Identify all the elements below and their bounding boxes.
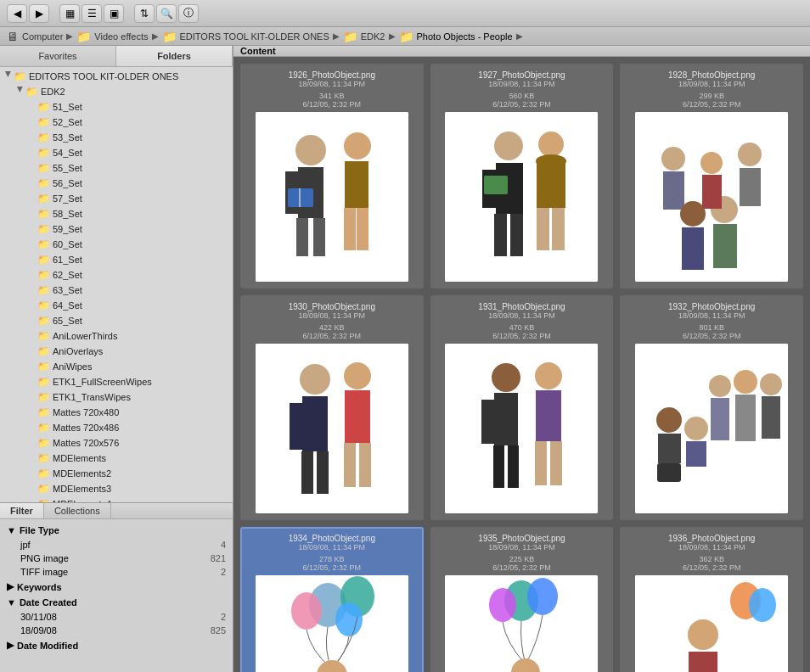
thumb-size-1: 560 KB6/12/05, 2:32 PM	[492, 92, 551, 109]
tree-item-65_set[interactable]: 📁65_Set	[0, 313, 233, 328]
tree-item-mdelements2[interactable]: 📁MDElements2	[0, 466, 233, 481]
tree-item-etk1_fullscreenwipes[interactable]: 📁ETK1_FullScreenWipes	[0, 374, 233, 389]
filter-date2[interactable]: 18/09/08 825	[20, 624, 226, 637]
main-layout: Favorites Folders ▶📁EDITORS TOOL KIT-OLD…	[0, 46, 810, 672]
breadcrumb-photo-objects[interactable]: Photo Objects - People	[417, 31, 513, 42]
tree-item-mattes_720x576[interactable]: 📁Mattes 720x576	[0, 435, 233, 451]
tree-item-editors_tool_kit-older_ones[interactable]: ▶📁EDITORS TOOL KIT-OLDER ONES	[0, 69, 233, 84]
thumbnail-card-2[interactable]: 1928_PhotoObject.png 18/09/08, 11:34 PM …	[620, 64, 803, 288]
thumb-date-6: 18/09/08, 11:34 PM	[289, 543, 375, 552]
tree-item-label: MDElements	[53, 453, 106, 463]
tree-item-59_set[interactable]: 📁59_Set	[0, 221, 233, 237]
tree-item-label: AniLowerThirds	[53, 331, 117, 341]
tab-filter[interactable]: Filter	[0, 503, 44, 518]
tree-item-56_set[interactable]: 📁56_Set	[0, 176, 233, 191]
tree-item-label: 60_Set	[53, 239, 82, 249]
tree-item-label: MDElements3	[53, 484, 111, 494]
tree-item-54_set[interactable]: 📁54_Set	[0, 145, 233, 160]
thumbnail-card-3[interactable]: 1930_PhotoObject.png 18/09/08, 11:34 PM …	[240, 295, 424, 520]
breadcrumb-edk2[interactable]: EDK2	[361, 31, 385, 42]
filter-date1[interactable]: 30/11/08 2	[20, 610, 226, 624]
tree-item-mattes_720x486[interactable]: 📁Mattes 720x486	[0, 420, 233, 435]
folder-icon: 📁	[37, 284, 50, 296]
thumbnail-card-4[interactable]: 1931_PhotoObject.png 18/09/08, 11:34 PM …	[430, 295, 614, 520]
photo-objects-icon: 📁	[399, 30, 413, 43]
tab-favorites[interactable]: Favorites	[0, 46, 116, 66]
sidebar-tabs: Favorites Folders	[0, 46, 233, 67]
tree-item-64_set[interactable]: 📁64_Set	[0, 298, 233, 313]
back-button[interactable]: ◀	[7, 4, 27, 23]
svg-rect-7	[345, 161, 368, 208]
filter-file-type-header[interactable]: ▼ File Type	[7, 523, 226, 538]
tree-item-anilowerthirds[interactable]: 📁AniLowerThirds	[0, 328, 233, 344]
breadcrumb-video-effects[interactable]: Video effects	[94, 31, 148, 42]
tree-item-55_set[interactable]: 📁55_Set	[0, 160, 233, 176]
tree-item-58_set[interactable]: 📁58_Set	[0, 206, 233, 221]
tree-item-62_set[interactable]: 📁62_Set	[0, 267, 233, 283]
info-button[interactable]: ⓘ	[178, 4, 199, 23]
tree-item-aniwipes[interactable]: 📁AniWipes	[0, 359, 233, 374]
tab-folders[interactable]: Folders	[116, 46, 233, 66]
tree-item-52_set[interactable]: 📁52_Set	[0, 115, 233, 130]
tree-item-mdelements[interactable]: 📁MDElements	[0, 451, 233, 466]
filter-png[interactable]: PNG image 821	[20, 552, 226, 565]
thumbnail-card-1[interactable]: 1927_PhotoObject.png 18/09/08, 11:34 PM …	[430, 64, 614, 288]
thumbnail-card-5[interactable]: 1932_PhotoObject.png 18/09/08, 11:34 PM …	[620, 295, 803, 520]
filter-jpf[interactable]: jpf 4	[20, 538, 226, 552]
thumbnail-card-0[interactable]: 1926_PhotoObject.png 18/09/08, 11:34 PM …	[240, 64, 424, 288]
tab-collections[interactable]: Collections	[44, 503, 111, 518]
list-view-button[interactable]: ☰	[82, 4, 102, 23]
tree-item-mattes_720x480[interactable]: 📁Mattes 720x480	[0, 405, 233, 420]
thumb-meta-1: 1927_PhotoObject.png 18/09/08, 11:34 PM	[478, 70, 565, 88]
folder-icon: 📁	[37, 315, 50, 327]
svg-rect-49	[508, 445, 519, 488]
svg-point-29	[680, 201, 706, 227]
breadcrumb-computer[interactable]: Computer	[22, 31, 63, 42]
breadcrumb-editors-tool[interactable]: EDITORS TOOL KIT-OLDER ONES	[180, 31, 329, 42]
tree-item-label: 64_Set	[53, 300, 82, 311]
thumbnail-card-8[interactable]: 1936_PhotoObject.png 18/09/08, 11:34 PM …	[620, 527, 803, 672]
bottom-tabs: Filter Collections	[0, 503, 233, 519]
filter-date-modified-header[interactable]: ▶ Date Modified	[7, 637, 226, 653]
tree-item-51_set[interactable]: 📁51_Set	[0, 99, 233, 115]
sort-button[interactable]: ⇅	[134, 4, 155, 23]
tree-arrow: ▶	[4, 71, 13, 81]
content-header: Content	[233, 46, 810, 57]
tree-arrow: ▶	[16, 87, 25, 97]
thumbnail-card-7[interactable]: 1935_PhotoObject.png 18/09/08, 11:34 PM …	[430, 527, 614, 672]
filter-date-created-header[interactable]: ▼ Date Created	[7, 595, 226, 610]
grid-view-button[interactable]: ▦	[59, 4, 80, 23]
tree-item-etk1_transwipes[interactable]: 📁ETK1_TransWipes	[0, 389, 233, 405]
filter-file-type-label: File Type	[20, 525, 59, 535]
breadcrumb-sep1: ▶	[66, 31, 73, 41]
tree-item-63_set[interactable]: 📁63_Set	[0, 283, 233, 298]
tree-item-53_set[interactable]: 📁53_Set	[0, 130, 233, 145]
tree-item-edk2[interactable]: ▶📁EDK2	[0, 84, 233, 99]
tree-item-label: MDElements2	[53, 468, 111, 479]
svg-point-71	[335, 602, 363, 636]
toolbar: ◀ ▶ ▦ ☰ ▣ ⇅ 🔍 ⓘ	[0, 0, 810, 27]
filter-keywords-header[interactable]: ▶ Keywords	[7, 579, 226, 595]
filter-keywords-label: Keywords	[17, 582, 62, 592]
tree-item-61_set[interactable]: 📁61_Set	[0, 252, 233, 267]
tree-item-60_set[interactable]: 📁60_Set	[0, 237, 233, 252]
tree-item-mdelements4[interactable]: 📁MDElements4	[0, 496, 233, 502]
thumb-meta-7: 1935_PhotoObject.png 18/09/08, 11:34 PM	[478, 534, 565, 552]
tree-item-mdelements3[interactable]: 📁MDElements3	[0, 481, 233, 496]
zoom-button[interactable]: 🔍	[156, 4, 177, 23]
tree-item-label: 63_Set	[53, 285, 82, 295]
tree-item-label: EDITORS TOOL KIT-OLDER ONES	[29, 71, 178, 81]
preview-button[interactable]: ▣	[104, 4, 124, 23]
folder-icon: 📁	[25, 86, 38, 98]
thumbnail-card-6[interactable]: 1934_PhotoObject.png 18/09/08, 11:34 PM …	[240, 527, 424, 672]
filter-tiff[interactable]: TIFF image 2	[20, 565, 226, 579]
thumb-image-4	[445, 344, 598, 513]
tree-item-label: 52_Set	[53, 117, 82, 127]
svg-rect-42	[345, 390, 370, 443]
forward-button[interactable]: ▶	[29, 4, 49, 23]
tree-item-anioverlays[interactable]: 📁AniOverlays	[0, 344, 233, 359]
svg-point-33	[700, 152, 723, 174]
svg-rect-43	[344, 443, 356, 487]
svg-rect-35	[256, 344, 408, 513]
tree-item-57_set[interactable]: 📁57_Set	[0, 191, 233, 206]
